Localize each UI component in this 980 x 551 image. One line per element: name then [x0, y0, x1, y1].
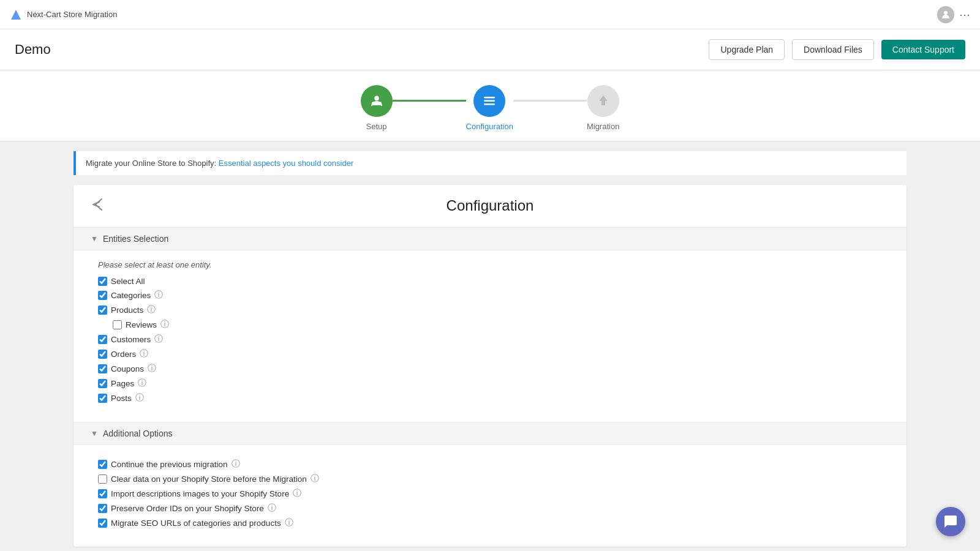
entity-reviews-item: Reviews ⓘ: [113, 319, 882, 330]
demo-title: Demo: [15, 42, 51, 58]
info-banner-link[interactable]: Essential aspects you should consider: [219, 159, 353, 168]
user-avatar[interactable]: [937, 6, 954, 23]
main-card: Configuration ▼ Entities Selection Pleas…: [74, 185, 907, 547]
select-all-label[interactable]: Select All: [111, 277, 145, 286]
top-bar: Next-Cart Store Migration ⋯: [0, 0, 980, 29]
step-setup: Setup: [361, 85, 393, 131]
preserve-order-ids-info-icon[interactable]: ⓘ: [268, 503, 276, 514]
posts-info-icon[interactable]: ⓘ: [135, 392, 144, 403]
entities-section-header: ▼ Entities Selection: [74, 227, 907, 250]
products-label: Products: [111, 305, 143, 315]
option-migrate-seo: Migrate SEO URLs of categories and produ…: [98, 517, 882, 528]
step-migration-label: Migration: [587, 122, 619, 131]
coupons-info-icon[interactable]: ⓘ: [148, 363, 156, 374]
stepper: Setup Configuration Migration: [0, 70, 980, 141]
download-files-button[interactable]: Download Files: [792, 39, 874, 60]
back-button[interactable]: [91, 197, 107, 216]
orders-info-icon[interactable]: ⓘ: [140, 348, 148, 359]
categories-label: Categories: [111, 291, 151, 300]
customers-info-icon[interactable]: ⓘ: [154, 334, 163, 345]
entity-products-item: Products ⓘ: [98, 304, 882, 315]
orders-checkbox[interactable]: [98, 350, 107, 359]
clear-data-label: Clear data on your Shopify Store before …: [111, 474, 307, 484]
entity-customers-item: Customers ⓘ: [98, 334, 882, 345]
clear-data-checkbox[interactable]: [98, 474, 107, 484]
info-banner-text: Migrate your Online Store to Shopify:: [86, 159, 216, 168]
migrate-seo-label: Migrate SEO URLs of categories and produ…: [111, 519, 281, 528]
svg-point-1: [944, 11, 948, 15]
step-connector-2: [513, 100, 587, 102]
option-continue-previous: Continue the previous migration ⓘ: [98, 459, 882, 470]
svg-rect-7: [484, 97, 495, 99]
step-setup-circle: [361, 85, 393, 117]
preserve-order-ids-label: Preserve Order IDs on your Shopify Store: [111, 504, 264, 513]
additional-options-section-title: Additional Options: [103, 429, 173, 438]
entity-coupons-item: Coupons ⓘ: [98, 363, 882, 374]
entities-collapse-icon[interactable]: ▼: [91, 234, 98, 243]
chat-button[interactable]: [936, 507, 965, 536]
step-migration-circle: [587, 85, 619, 117]
clear-data-info-icon[interactable]: ⓘ: [311, 473, 319, 484]
step-connector-1: [393, 100, 466, 102]
svg-point-5: [374, 96, 379, 100]
upgrade-plan-button[interactable]: Upgrade Plan: [709, 39, 785, 60]
stepper-inner: Setup Configuration Migration: [361, 85, 620, 131]
svg-rect-9: [484, 103, 495, 105]
step-configuration: Configuration: [466, 85, 513, 131]
pages-label: Pages: [111, 379, 134, 388]
import-descriptions-label: Import descriptions images to your Shopi…: [111, 489, 289, 498]
svg-rect-6: [372, 102, 382, 105]
select-all-checkbox[interactable]: [98, 277, 107, 286]
preserve-order-ids-checkbox[interactable]: [98, 504, 107, 513]
step-configuration-circle: [473, 85, 505, 117]
app-title: Next-Cart Store Migration: [27, 10, 117, 19]
select-all-item: Select All: [98, 277, 882, 286]
coupons-label: Coupons: [111, 364, 144, 373]
page-header: Demo Upgrade Plan Download Files Contact…: [0, 29, 980, 70]
info-banner: Migrate your Online Store to Shopify: Es…: [74, 151, 907, 175]
entities-section-body: Please select at least one entity. Selec…: [74, 250, 907, 422]
additional-options-section-body: Continue the previous migration ⓘ Clear …: [74, 445, 907, 547]
next-cart-logo-icon: [10, 9, 22, 21]
entity-categories-item: Categories ⓘ: [98, 290, 882, 301]
option-preserve-order-ids: Preserve Order IDs on your Shopify Store…: [98, 503, 882, 514]
reviews-info-icon[interactable]: ⓘ: [160, 319, 169, 330]
more-options-icon[interactable]: ⋯: [959, 8, 970, 21]
option-import-descriptions: Import descriptions images to your Shopi…: [98, 488, 882, 499]
migrate-seo-info-icon[interactable]: ⓘ: [285, 517, 293, 528]
entity-orders-item: Orders ⓘ: [98, 348, 882, 359]
customers-checkbox[interactable]: [98, 335, 107, 344]
products-info-icon[interactable]: ⓘ: [147, 304, 156, 315]
card-header: Configuration: [74, 185, 907, 227]
posts-checkbox[interactable]: [98, 394, 107, 403]
additional-options-collapse-icon[interactable]: ▼: [91, 429, 98, 438]
entity-pages-item: Pages ⓘ: [98, 378, 882, 389]
import-descriptions-info-icon[interactable]: ⓘ: [293, 488, 301, 499]
import-descriptions-checkbox[interactable]: [98, 489, 107, 498]
categories-checkbox[interactable]: [98, 291, 107, 300]
continue-previous-label: Continue the previous migration: [111, 460, 228, 469]
app-logo: Next-Cart Store Migration: [10, 9, 117, 21]
configuration-title: Configuration: [91, 197, 889, 214]
step-configuration-label: Configuration: [466, 122, 513, 131]
coupons-checkbox[interactable]: [98, 364, 107, 373]
step-setup-label: Setup: [366, 122, 387, 131]
categories-info-icon[interactable]: ⓘ: [154, 290, 163, 301]
entity-posts-item: Posts ⓘ: [98, 392, 882, 403]
pages-checkbox[interactable]: [98, 379, 107, 388]
continue-previous-info-icon[interactable]: ⓘ: [232, 459, 240, 470]
top-bar-right: ⋯: [937, 6, 970, 23]
contact-support-button[interactable]: Contact Support: [881, 40, 965, 59]
migrate-seo-checkbox[interactable]: [98, 519, 107, 528]
additional-options-section-header: ▼ Additional Options: [74, 422, 907, 445]
orders-label: Orders: [111, 350, 136, 359]
customers-label: Customers: [111, 335, 151, 344]
entities-section-title: Entities Selection: [103, 234, 168, 244]
pages-info-icon[interactable]: ⓘ: [138, 378, 146, 389]
svg-rect-8: [484, 100, 495, 102]
option-clear-data: Clear data on your Shopify Store before …: [98, 473, 882, 484]
products-checkbox[interactable]: [98, 305, 107, 315]
svg-marker-0: [11, 10, 21, 20]
reviews-checkbox[interactable]: [113, 320, 122, 329]
continue-previous-checkbox[interactable]: [98, 460, 107, 469]
